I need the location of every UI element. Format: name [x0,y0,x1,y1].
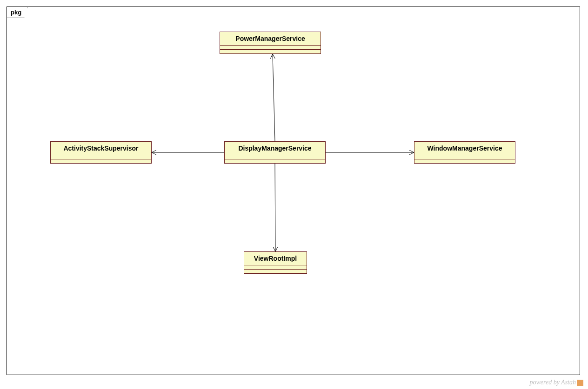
connectors-layer [7,7,581,376]
class-name-label: DisplayManagerService [225,142,325,155]
class-operations-section [244,270,307,273]
class-window-manager-service: WindowManagerService [414,141,515,164]
class-name-label: PowerManagerService [220,32,321,46]
connector-dm-pm [273,54,275,141]
package-label: pkg [11,9,21,16]
class-operations-section [225,159,325,163]
class-name-label: ActivityStackSupervisor [51,142,151,155]
class-attributes-section [244,265,307,270]
class-operations-section [51,159,151,163]
class-name-label: WindowManagerService [414,142,515,155]
class-name-label: ViewRootImpl [244,252,307,265]
class-attributes-section [225,155,325,159]
connector-dm-vr [275,164,275,251]
watermark-text: powered by Astah [529,379,576,386]
diagram-frame: pkg PowerManagerService DisplayManagerSe… [7,7,580,375]
package-tab: pkg [7,7,27,18]
class-operations-section [220,50,321,53]
astah-logo-icon [577,380,583,386]
watermark: powered by Astah [529,379,583,386]
class-activity-stack-supervisor: ActivityStackSupervisor [50,141,152,164]
class-operations-section [414,159,515,163]
class-attributes-section [51,155,151,159]
class-attributes-section [220,46,321,50]
class-display-manager-service: DisplayManagerService [224,141,326,164]
class-attributes-section [414,155,515,159]
class-view-root-impl: ViewRootImpl [244,251,307,274]
class-power-manager-service: PowerManagerService [220,32,321,54]
